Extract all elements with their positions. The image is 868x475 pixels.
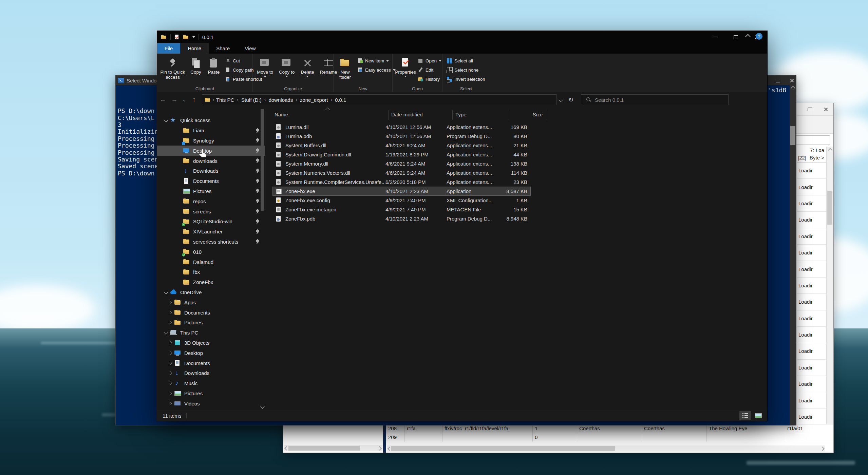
- sidebar-item[interactable]: XIVLauncher: [157, 227, 265, 237]
- left-pane-horizontal-scrollbar[interactable]: [284, 445, 382, 451]
- edit-button[interactable]: Edit: [418, 66, 441, 74]
- move-to-button[interactable]: Move to: [254, 55, 276, 85]
- scroll-left-arrow-icon[interactable]: [284, 446, 289, 451]
- file-row[interactable]: ZoneFbx.exe 4/10/2021 2:23 AM Applicatio…: [272, 187, 531, 196]
- close-button[interactable]: [824, 107, 828, 112]
- cell-path[interactable]: [442, 433, 533, 442]
- large-icons-view-button[interactable]: [752, 411, 764, 420]
- search-input[interactable]: [594, 97, 728, 103]
- cell-name[interactable]: [405, 433, 442, 442]
- forward-button[interactable]: →: [169, 96, 180, 103]
- sidebar-item[interactable]: ZoneFbx: [157, 277, 265, 287]
- scroll-down-arrow-icon[interactable]: [260, 404, 265, 409]
- sidebar-item[interactable]: Music: [157, 378, 265, 388]
- chevron-icon[interactable]: [161, 291, 170, 294]
- chevron-icon[interactable]: [165, 301, 174, 304]
- details-view-button[interactable]: [739, 411, 751, 420]
- sidebar-item[interactable]: Documents: [157, 358, 265, 368]
- cell-rowid[interactable]: 208: [386, 424, 405, 433]
- file-row[interactable]: System.Runtime.CompilerServices.Unsafe..…: [272, 177, 531, 187]
- sidebar-item[interactable]: Downloads: [157, 166, 265, 176]
- column-header-type[interactable]: Type: [453, 110, 508, 120]
- grid-cell[interactable]: Loadir: [797, 245, 826, 261]
- grid-cell[interactable]: Loadir: [797, 179, 826, 195]
- breadcrumb[interactable]: This PCStuff (D:)downloadszone_export0.0…: [202, 94, 556, 105]
- cell-region2[interactable]: [642, 433, 707, 442]
- grid-cell[interactable]: Loadir: [797, 392, 826, 408]
- copy-to-button[interactable]: Copy to: [276, 55, 298, 85]
- table-row[interactable]: 208 r1fa ffxiv/roc_r1/fld/r1fa/level/r1f…: [386, 424, 833, 433]
- grid-cell[interactable]: Loadir: [797, 294, 826, 310]
- cell-region[interactable]: [577, 433, 642, 442]
- scroll-up-arrow-icon[interactable]: [791, 86, 795, 91]
- sidebar-item[interactable]: Videos: [157, 398, 265, 408]
- file-row[interactable]: System.Buffers.dll 4/6/2021 9:24 AM Appl…: [272, 141, 531, 150]
- file-row[interactable]: System.Memory.dll 4/6/2021 9:24 AM Appli…: [272, 159, 531, 168]
- file-row[interactable]: ZoneFbx.pdb 4/10/2021 2:23 AM Program De…: [272, 214, 531, 223]
- maximize-button[interactable]: [776, 79, 780, 82]
- sidebar-item[interactable]: Liam: [157, 126, 265, 136]
- cell-code[interactable]: [785, 433, 833, 442]
- chevron-icon[interactable]: [165, 392, 174, 395]
- chevron-icon[interactable]: [165, 321, 174, 324]
- properties-button[interactable]: Properties: [394, 55, 417, 85]
- file-row[interactable]: Lumina.dll 4/10/2021 12:56 AM Applicatio…: [272, 122, 531, 132]
- sidebar-item[interactable]: Desktop: [157, 348, 265, 358]
- cell-value[interactable]: 1: [533, 424, 577, 433]
- grid-vertical-scrollbar[interactable]: [826, 147, 833, 424]
- pane-divider[interactable]: [383, 424, 386, 453]
- explorer-titlebar[interactable]: 0.0.1: [157, 31, 767, 43]
- easy-access-button[interactable]: Easy access: [357, 66, 396, 74]
- scroll-right-arrow-icon[interactable]: [820, 446, 825, 451]
- minimize-button[interactable]: [704, 31, 725, 43]
- address-dropdown-caret-icon[interactable]: [559, 98, 563, 102]
- scrollbar-thumb[interactable]: [790, 126, 795, 145]
- grid-cell[interactable]: Loadir: [797, 376, 826, 392]
- chevron-icon[interactable]: [165, 341, 174, 344]
- scrollbar-thumb[interactable]: [261, 109, 264, 211]
- ribbon-tab[interactable]: Share: [209, 43, 237, 54]
- cell-value[interactable]: 0: [533, 433, 577, 442]
- scrollbar-thumb[interactable]: [288, 446, 360, 451]
- table-row[interactable]: 209 0 Loadir: [386, 433, 833, 442]
- sidebar-item[interactable]: Pictures: [157, 388, 265, 399]
- scrollbar-thumb[interactable]: [827, 191, 832, 225]
- grid-cell[interactable]: Loadir: [797, 163, 826, 179]
- cell-place[interactable]: [707, 433, 785, 442]
- cell-path[interactable]: ffxiv/roc_r1/fld/r1fa/level/r1fa: [442, 424, 533, 433]
- customize-toolbar-caret-icon[interactable]: [192, 36, 195, 38]
- sidebar-scrollbar[interactable]: [260, 109, 264, 409]
- sidebar-item[interactable]: screens: [157, 206, 265, 216]
- grid-cell[interactable]: Loadir: [797, 195, 826, 212]
- cell-rowid[interactable]: 209: [386, 433, 405, 442]
- chevron-icon[interactable]: [165, 311, 174, 314]
- search-box[interactable]: [581, 94, 729, 105]
- sidebar-item[interactable]: Synology: [157, 136, 265, 146]
- sidebar-item[interactable]: Pictures: [157, 186, 265, 196]
- invert-selection-button[interactable]: Invert selection: [447, 75, 485, 83]
- back-button[interactable]: ←: [157, 96, 169, 103]
- chevron-icon[interactable]: [161, 331, 170, 334]
- breadcrumb-segment[interactable]: zone_export: [298, 97, 333, 103]
- select-all-button[interactable]: Select all: [447, 57, 485, 64]
- cell-region2[interactable]: Coerthas: [642, 424, 707, 433]
- terminal-scrollbar[interactable]: [790, 85, 796, 425]
- breadcrumb-segment[interactable]: 0.0.1: [333, 97, 350, 103]
- ribbon-tab[interactable]: Home: [180, 43, 209, 54]
- help-button[interactable]: ?: [756, 33, 762, 40]
- chevron-icon[interactable]: [165, 382, 174, 385]
- chevron-icon[interactable]: [165, 402, 174, 405]
- sidebar-item[interactable]: Documents: [157, 176, 265, 186]
- grid-cell[interactable]: Loadir: [797, 343, 826, 359]
- chevron-icon[interactable]: [165, 362, 174, 365]
- breadcrumb-segment[interactable]: Stuff (D:): [239, 97, 266, 103]
- select-none-button[interactable]: Select none: [447, 66, 485, 74]
- file-row[interactable]: Lumina.pdb 4/10/2021 12:56 AM Program De…: [272, 132, 531, 141]
- maximize-button[interactable]: [725, 31, 746, 43]
- new-item-button[interactable]: New item: [357, 57, 396, 64]
- table-horizontal-scrollbar[interactable]: [387, 445, 825, 452]
- chevron-icon[interactable]: [165, 372, 174, 375]
- refresh-icon[interactable]: ↻: [568, 96, 573, 103]
- grid-cell[interactable]: Loadir: [797, 360, 826, 376]
- grid-cell[interactable]: Loadir: [797, 278, 826, 294]
